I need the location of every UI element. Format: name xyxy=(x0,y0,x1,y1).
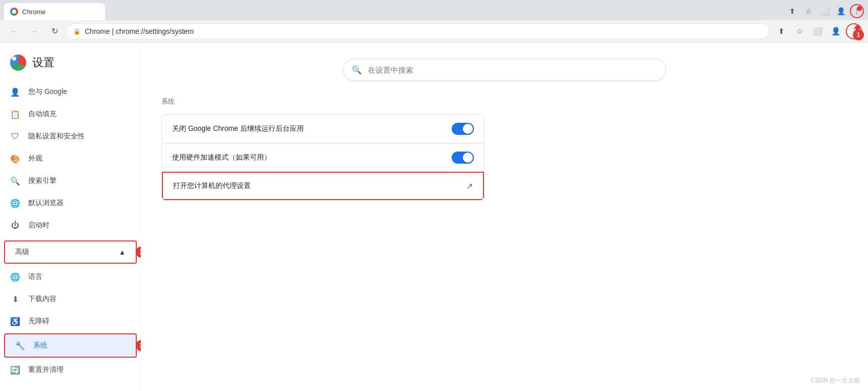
setting-row-proxy[interactable]: 打开您计算机的代理设置 ↗ xyxy=(162,172,484,200)
search-icon: 🔍 xyxy=(10,176,20,186)
watermark: CSDN @一念去殇 xyxy=(810,376,860,385)
sidebar-label-search: 搜索引擎 xyxy=(28,176,57,185)
share-button[interactable]: ⬆ xyxy=(785,4,799,18)
sidebar-label-accessibility: 无障碍 xyxy=(28,317,49,326)
address-text: Chrome | chrome://settings/system xyxy=(85,27,194,35)
address-bar[interactable]: 🔒 Chrome | chrome://settings/system xyxy=(67,23,769,39)
advanced-header[interactable]: 高级 ▲ xyxy=(4,240,137,264)
background-label: 关闭 Google Chrome 后继续运行后台应用 xyxy=(172,124,304,133)
main-content: 🔍 系统 关闭 Google Chrome 后继续运行后台应用 使用硬件加速模式… xyxy=(141,42,868,391)
menu-btn-wrapper: ⋮ xyxy=(850,4,864,18)
search-bar[interactable]: 🔍 xyxy=(343,59,666,81)
autofill-icon: 📋 xyxy=(10,109,20,119)
search-bar-icon: 🔍 xyxy=(352,65,362,75)
proxy-row-wrapper: 打开您计算机的代理设置 ↗ 4 xyxy=(162,172,484,200)
sidebar-item-appearance[interactable]: 🎨 外观 xyxy=(0,148,133,170)
share-page-button[interactable]: ⬆ xyxy=(773,23,789,39)
section-title: 系统 xyxy=(161,97,848,106)
sidebar-item-search[interactable]: 🔍 搜索引擎 xyxy=(0,170,133,192)
browser-icon: 🌐 xyxy=(10,198,20,208)
chrome-logo xyxy=(10,55,26,71)
background-toggle[interactable] xyxy=(452,123,474,135)
forward-button[interactable]: → xyxy=(26,23,42,39)
sidebar-label-default: 默认浏览器 xyxy=(28,199,64,208)
toolbar: ← → ↻ 🔒 Chrome | chrome://settings/syste… xyxy=(0,20,868,42)
tab-bar: Chrome ⬆ ☆ ⬜ 👤 ⋮ xyxy=(0,0,868,20)
sidebar-label-reset: 重置并清理 xyxy=(28,365,64,374)
sidebar-item-startup[interactable]: ⏻ 启动时 xyxy=(0,214,133,236)
system-item-wrapper: 🔧 系统 3 xyxy=(0,333,141,358)
refresh-button[interactable]: ↻ xyxy=(46,23,63,39)
power-icon: ⏻ xyxy=(10,220,20,230)
sidebar-item-autofill[interactable]: 📋 自动填充 xyxy=(0,103,133,125)
active-tab[interactable]: Chrome xyxy=(4,3,105,20)
sidebar-label-google: 您与 Google xyxy=(28,87,67,96)
sidebar-item-privacy[interactable]: 🛡 隐私设置和安全性 xyxy=(0,125,133,148)
search-input[interactable] xyxy=(368,66,658,74)
tab-actions: ⬆ ☆ ⬜ 👤 ⋮ xyxy=(785,4,864,18)
chevron-up-icon: ▲ xyxy=(119,248,126,256)
sidebar-item-google[interactable]: 👤 您与 Google xyxy=(0,81,133,103)
person-icon: 👤 xyxy=(10,87,20,97)
sidebar-item-accessibility[interactable]: ♿ 无障碍 xyxy=(0,310,133,332)
badge-1: 1 xyxy=(853,29,864,40)
site-security-icon: 🔒 xyxy=(73,28,81,35)
menu-notification-badge xyxy=(857,6,862,11)
sidebar-label-autofill: 自动填充 xyxy=(28,110,57,119)
account-button[interactable]: 👤 xyxy=(828,23,844,39)
hardware-label: 使用硬件加速模式（如果可用） xyxy=(172,153,271,162)
sidebar-label-download: 下载内容 xyxy=(28,295,57,304)
sidebar-item-reset[interactable]: 🔄 重置并清理 xyxy=(0,359,133,381)
tab-favicon xyxy=(10,8,18,16)
wrench-icon: 🔧 xyxy=(15,340,25,351)
sidebar-label-language: 语言 xyxy=(28,272,42,281)
download-icon: ⬇ xyxy=(10,294,20,304)
settings-title: 设置 xyxy=(32,55,55,70)
sidebar-label-appearance: 外观 xyxy=(28,154,42,163)
shield-icon: 🛡 xyxy=(10,131,20,141)
sidebar-label-system: 系统 xyxy=(33,341,47,350)
settings-title-row: 设置 xyxy=(0,51,141,81)
accessibility-icon: ♿ xyxy=(10,316,20,326)
back-button[interactable]: ← xyxy=(6,23,22,39)
chrome-menu-button[interactable]: ⋮ xyxy=(850,4,864,18)
proxy-label: 打开您计算机的代理设置 xyxy=(173,181,251,190)
palette-icon: 🎨 xyxy=(10,154,20,164)
setting-row-background: 关闭 Google Chrome 后继续运行后台应用 xyxy=(162,115,484,143)
tab-view-button[interactable]: ⬜ xyxy=(818,4,832,18)
bookmark-button[interactable]: ☆ xyxy=(801,4,816,18)
sidebar-label-privacy: 隐私设置和安全性 xyxy=(28,132,85,141)
sidebar-label-startup: 启动时 xyxy=(28,221,49,230)
external-link-icon: ↗ xyxy=(466,181,473,191)
settings-card: 关闭 Google Chrome 后继续运行后台应用 使用硬件加速模式（如果可用… xyxy=(161,114,484,201)
tab-strip-button[interactable]: ⬜ xyxy=(809,23,826,39)
bookmark-page-button[interactable]: ☆ xyxy=(791,23,807,39)
browser-window: Chrome ⬆ ☆ ⬜ 👤 ⋮ ← → ↻ 🔒 Chrome | chrome… xyxy=(0,0,868,391)
sidebar-item-system[interactable]: 🔧 系统 xyxy=(4,333,137,358)
advanced-label: 高级 xyxy=(15,248,29,257)
language-icon: 🌐 xyxy=(10,272,20,282)
setting-row-hardware: 使用硬件加速模式（如果可用） xyxy=(162,143,484,172)
sidebar-item-language[interactable]: 🌐 语言 xyxy=(0,266,133,288)
content-area: 设置 👤 您与 Google 📋 自动填充 🛡 隐私设置和安全性 🎨 外观 🔍 xyxy=(0,42,868,391)
hardware-toggle-knob xyxy=(463,153,473,163)
advanced-section: 高级 ▲ 2 xyxy=(0,240,141,264)
sidebar: 设置 👤 您与 Google 📋 自动填充 🛡 隐私设置和安全性 🎨 外观 🔍 xyxy=(0,42,141,391)
sidebar-item-default[interactable]: 🌐 默认浏览器 xyxy=(0,192,133,214)
sidebar-item-download[interactable]: ⬇ 下载内容 xyxy=(0,288,133,310)
reset-icon: 🔄 xyxy=(10,365,20,375)
toolbar-right-actions: ⬆ ☆ ⬜ 👤 ⋮ xyxy=(773,23,862,39)
tab-title: Chrome xyxy=(22,8,45,16)
profile-button[interactable]: 👤 xyxy=(834,4,848,18)
search-bar-container: 🔍 xyxy=(161,59,848,81)
toggle-knob xyxy=(463,124,473,134)
hardware-toggle[interactable] xyxy=(452,152,474,164)
